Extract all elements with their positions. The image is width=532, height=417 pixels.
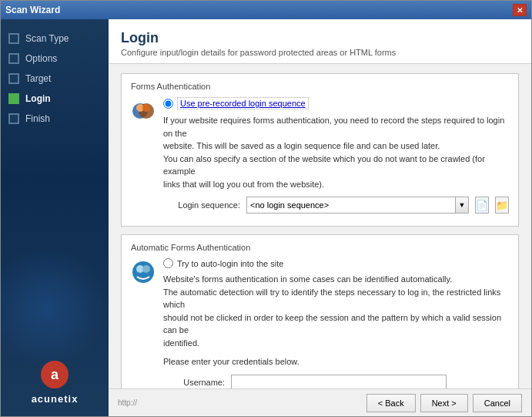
nav-bullet-scan-type (8, 33, 19, 44)
acunetix-logo-icon: a (39, 359, 70, 390)
sidebar-item-label-scan-type: Scan Type (25, 33, 69, 44)
forms-auth-description: If your website requires forms authentic… (163, 114, 509, 190)
main-layout: Scan Type Options Target Login Finish (1, 19, 531, 416)
login-sequence-dropdown-btn[interactable]: ▼ (455, 197, 469, 214)
nav-bullet-finish (8, 113, 19, 124)
auto-forms-icon-row: Try to auto-login into the site Website'… (131, 258, 509, 388)
content-body: Forms Authentication Use pre-recorded lo… (109, 64, 531, 388)
auto-forms-auth-icon (131, 260, 156, 284)
svg-point-8 (142, 265, 150, 273)
login-sequence-label: Login sequence: (163, 200, 240, 210)
auto-forms-auth-section: Automatic Forms Authentication Try to au… (121, 234, 519, 388)
forms-auth-title: Forms Authentication (131, 82, 509, 91)
forms-auth-radio-row: Use pre-recorded login sequence (163, 97, 509, 109)
cancel-button[interactable]: Cancel (473, 394, 522, 412)
title-bar: Scan Wizard ✕ (1, 1, 531, 19)
sidebar-logo: a acunetix (1, 359, 109, 405)
sidebar-item-finish[interactable]: Finish (1, 109, 109, 129)
back-button[interactable]: < Back (366, 394, 416, 412)
next-button[interactable]: Next > (420, 394, 468, 412)
new-file-button[interactable]: 📄 (475, 197, 489, 214)
footer: http:// < Back Next > Cancel (109, 388, 531, 416)
login-sequence-row: Login sequence: ▼ 📄 📁 (163, 197, 509, 214)
close-button[interactable]: ✕ (513, 4, 527, 16)
sidebar-item-target[interactable]: Target (1, 69, 109, 89)
auto-forms-description: Website's forms authentication in some c… (163, 273, 509, 349)
login-sequence-combo: ▼ (246, 197, 469, 214)
sidebar: Scan Type Options Target Login Finish (1, 19, 109, 416)
content-area: Login Configure input/login details for … (109, 19, 531, 416)
svg-text:a: a (51, 367, 59, 382)
prerecorded-label[interactable]: Use pre-recorded login sequence (177, 97, 309, 109)
sidebar-item-label-options: Options (25, 53, 57, 64)
page-title: Login (121, 30, 519, 46)
nav-bullet-options (8, 53, 19, 64)
forms-auth-icon-row: Use pre-recorded login sequence If your … (131, 97, 509, 214)
nav-bullet-target (8, 73, 19, 84)
username-row: Username: (163, 375, 509, 389)
sidebar-item-label-finish: Finish (25, 113, 50, 124)
sidebar-item-label-login: Login (25, 93, 51, 104)
title-bar-controls: ✕ (513, 4, 527, 16)
sidebar-item-label-target: Target (25, 73, 51, 84)
sidebar-item-options[interactable]: Options (1, 49, 109, 69)
auto-forms-auth-content: Try to auto-login into the site Website'… (163, 258, 509, 388)
username-label: Username: (163, 378, 225, 387)
page-subtitle: Configure input/login details for passwo… (121, 48, 519, 57)
prerecorded-radio[interactable] (163, 99, 173, 109)
credentials-prompt: Please enter your credentials below. (163, 355, 509, 368)
page-header: Login Configure input/login details for … (109, 19, 531, 64)
sidebar-nav: Scan Type Options Target Login Finish (1, 19, 109, 138)
sidebar-item-login[interactable]: Login (1, 89, 109, 109)
auto-login-radio-row: Try to auto-login into the site (163, 258, 509, 268)
auto-login-label[interactable]: Try to auto-login into the site (177, 259, 283, 268)
auto-login-radio[interactable] (163, 258, 173, 268)
forms-auth-radio-section: Use pre-recorded login sequence If your … (163, 97, 509, 214)
logo-text: acunetix (32, 393, 79, 405)
auto-forms-auth-title: Automatic Forms Authentication (131, 243, 509, 252)
footer-url: http:// (118, 399, 362, 407)
forms-auth-icon (131, 99, 156, 123)
nav-bullet-login (8, 93, 19, 104)
svg-point-5 (142, 104, 150, 112)
wizard-window: Scan Wizard ✕ Scan Type Options Targ (0, 0, 532, 417)
sidebar-item-scan-type[interactable]: Scan Type (1, 29, 109, 49)
login-sequence-input[interactable] (246, 197, 455, 214)
username-input[interactable] (231, 375, 447, 389)
forms-auth-section: Forms Authentication Use pre-recorded lo… (121, 73, 519, 227)
sidebar-bg-decoration (1, 247, 109, 370)
open-file-button[interactable]: 📁 (495, 197, 509, 214)
title-bar-text: Scan Wizard (5, 5, 60, 15)
